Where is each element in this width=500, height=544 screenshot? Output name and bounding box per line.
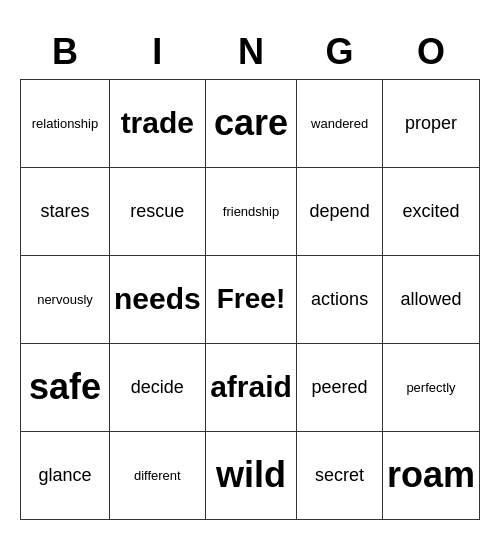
- bingo-cell-3-1: decide: [109, 343, 205, 431]
- bingo-cell-2-1: needs: [109, 255, 205, 343]
- bingo-cell-1-1: rescue: [109, 167, 205, 255]
- bingo-cell-1-3: depend: [297, 167, 383, 255]
- bingo-row-3: safedecideafraidpeeredperfectly: [21, 343, 480, 431]
- bingo-cell-2-4: allowed: [382, 255, 479, 343]
- bingo-cell-0-1: trade: [109, 79, 205, 167]
- bingo-cell-4-1: different: [109, 431, 205, 519]
- bingo-cell-3-3: peered: [297, 343, 383, 431]
- bingo-cell-4-4: roam: [382, 431, 479, 519]
- header-letter-i: I: [109, 25, 205, 80]
- bingo-cell-2-2: Free!: [205, 255, 297, 343]
- bingo-cell-0-4: proper: [382, 79, 479, 167]
- bingo-cell-1-2: friendship: [205, 167, 297, 255]
- bingo-cell-3-2: afraid: [205, 343, 297, 431]
- header-letter-g: G: [297, 25, 383, 80]
- header-letter-n: N: [205, 25, 297, 80]
- bingo-cell-0-2: care: [205, 79, 297, 167]
- header-letter-o: O: [382, 25, 479, 80]
- header-letter-b: B: [21, 25, 110, 80]
- bingo-row-1: staresrescuefriendshipdependexcited: [21, 167, 480, 255]
- bingo-header: BINGO: [21, 25, 480, 80]
- bingo-cell-1-4: excited: [382, 167, 479, 255]
- bingo-cell-2-3: actions: [297, 255, 383, 343]
- bingo-row-4: glancedifferentwildsecretroam: [21, 431, 480, 519]
- bingo-cell-3-0: safe: [21, 343, 110, 431]
- bingo-cell-0-3: wandered: [297, 79, 383, 167]
- bingo-cell-0-0: relationship: [21, 79, 110, 167]
- bingo-cell-3-4: perfectly: [382, 343, 479, 431]
- bingo-cell-4-2: wild: [205, 431, 297, 519]
- bingo-row-2: nervouslyneedsFree!actionsallowed: [21, 255, 480, 343]
- bingo-cell-4-3: secret: [297, 431, 383, 519]
- bingo-cell-2-0: nervously: [21, 255, 110, 343]
- bingo-row-0: relationshiptradecarewanderedproper: [21, 79, 480, 167]
- bingo-cell-1-0: stares: [21, 167, 110, 255]
- bingo-body: relationshiptradecarewanderedproperstare…: [21, 79, 480, 519]
- bingo-cell-4-0: glance: [21, 431, 110, 519]
- bingo-card: BINGO relationshiptradecarewanderedprope…: [20, 25, 480, 520]
